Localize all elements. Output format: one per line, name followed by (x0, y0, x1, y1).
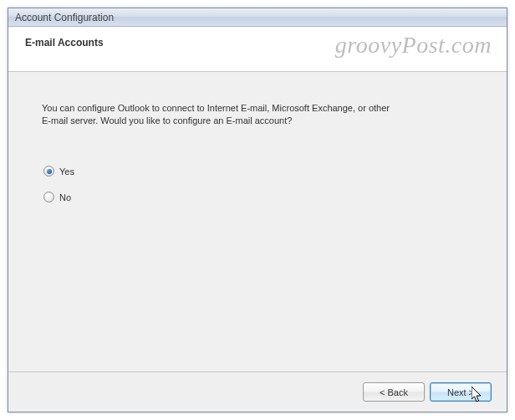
radio-icon (43, 192, 54, 202)
window-title: Account Configuration (15, 12, 114, 23)
page-heading: E-mail Accounts (25, 37, 490, 49)
next-button[interactable]: Next > (430, 382, 492, 402)
wizard-header: E-mail Accounts groovyPost.com (8, 27, 507, 72)
prompt-text: You can configure Outlook to connect to … (42, 102, 393, 127)
wizard-footer: < Back Next > (8, 371, 507, 412)
wizard-content: You can configure Outlook to connect to … (8, 72, 507, 370)
radio-label-no: No (59, 192, 71, 202)
wizard-window: Account Configuration E-mail Accounts gr… (8, 8, 507, 412)
configure-radio-group: Yes No (43, 166, 473, 202)
radio-option-no[interactable]: No (43, 192, 71, 202)
back-button[interactable]: < Back (363, 382, 425, 402)
radio-icon (43, 166, 54, 177)
radio-option-yes[interactable]: Yes (43, 166, 74, 177)
titlebar: Account Configuration (8, 8, 507, 27)
radio-label-yes: Yes (59, 166, 74, 177)
